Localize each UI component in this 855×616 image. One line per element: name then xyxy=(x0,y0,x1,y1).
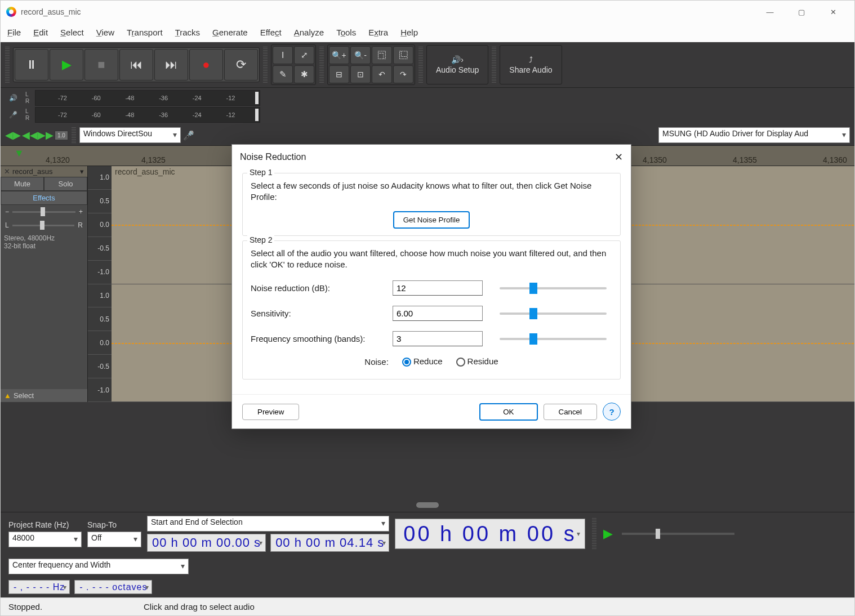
track-format-label: Stereo, 48000Hz32-bit float xyxy=(1,232,87,252)
preview-button[interactable]: Preview xyxy=(242,404,299,420)
mute-button[interactable]: Mute xyxy=(1,177,44,191)
reduce-radio[interactable]: Reduce xyxy=(402,356,443,367)
sel-start-time[interactable]: 00 h 00 m 00.00 s▾ xyxy=(147,534,266,552)
solo-button[interactable]: Solo xyxy=(44,177,87,191)
maximize-button[interactable]: ▢ xyxy=(786,2,817,22)
output-select[interactable]: MSUNG (HD Audio Driver for Display Aud xyxy=(658,127,850,143)
noise-reduction-input[interactable] xyxy=(393,280,483,296)
transport-toolbar: ⏸ ▶ ■ ⏮ ⏭ ● ⟳ Ⅰ ⤢ ✎ ✱ 🔍+ 🔍- ⿹ ⿺ ⊟ ⊡ ↶ ↷ … xyxy=(1,42,854,88)
playback-meter-icon[interactable]: 🔊 xyxy=(6,94,20,102)
noise-reduction-dialog: Noise Reduction ✕ Step 1 Select a few se… xyxy=(231,144,631,429)
zoom-group: 🔍+ 🔍- ⿹ ⿺ ⊟ ⊡ ↶ ↷ xyxy=(327,44,415,85)
ok-button[interactable]: OK xyxy=(479,403,537,421)
sel-end-time[interactable]: 00 h 00 m 04.14 s▾ xyxy=(270,534,389,552)
noise-reduction-slider[interactable] xyxy=(500,287,607,289)
grabber-icon[interactable] xyxy=(592,518,596,550)
multi-tool[interactable]: ✱ xyxy=(294,65,314,83)
project-rate-select[interactable]: 48000 xyxy=(8,532,82,547)
grabber-icon[interactable] xyxy=(319,47,324,83)
cancel-button[interactable]: Cancel xyxy=(544,404,598,420)
help-button[interactable]: ? xyxy=(603,403,621,421)
stop-button[interactable]: ■ xyxy=(84,49,118,81)
amplitude-scale: 1.00.50.0-0.5-1.0 1.00.50.0-0.5-1.0 xyxy=(88,166,112,402)
freq-box[interactable]: - , - - - - Hz▾ xyxy=(8,580,70,594)
menu-extra[interactable]: Extra xyxy=(366,25,395,39)
grabber-icon[interactable] xyxy=(5,47,10,83)
sensitivity-slider[interactable] xyxy=(500,313,607,315)
play-button[interactable]: ▶ xyxy=(50,49,83,81)
fit-selection-button[interactable]: ⿹ xyxy=(372,46,392,64)
fit-project-button[interactable]: ⿺ xyxy=(393,46,413,64)
record-meter[interactable]: -72-60-48-36-24-12 xyxy=(35,107,260,123)
noise-label: Noise: xyxy=(364,357,389,367)
grabber-icon[interactable] xyxy=(418,47,423,83)
playback-meter[interactable]: -72-60-48-36-24-12 xyxy=(35,90,260,106)
status-state: Stopped. xyxy=(8,602,144,611)
menu-select[interactable]: Select xyxy=(58,25,91,39)
menu-tracks[interactable]: Tracks xyxy=(173,25,207,39)
silence-button[interactable]: ⊡ xyxy=(350,65,371,83)
effects-button[interactable]: Effects xyxy=(1,191,87,205)
record-meter-icon[interactable]: 🎤 xyxy=(6,111,20,119)
speed-icon[interactable]: 1.0 xyxy=(55,131,68,140)
selection-tool[interactable]: Ⅰ xyxy=(273,46,293,64)
menu-edit[interactable]: Edit xyxy=(31,25,55,39)
undo-button[interactable]: ↶ xyxy=(372,65,392,83)
chevron-down-icon[interactable]: ▾ xyxy=(80,167,84,176)
zoom-out-button[interactable]: 🔍- xyxy=(350,46,371,64)
menu-file[interactable]: File xyxy=(5,25,28,39)
menu-generate[interactable]: Generate xyxy=(210,25,255,39)
pause-button[interactable]: ⏸ xyxy=(15,49,48,81)
host-select[interactable]: Windows DirectSou xyxy=(79,127,181,143)
residue-radio[interactable]: Residue xyxy=(456,356,498,367)
octaves-box[interactable]: - . - - - octaves▾ xyxy=(74,580,152,594)
skip-end-button[interactable]: ⏭ xyxy=(154,49,188,81)
menu-help[interactable]: Help xyxy=(398,25,425,39)
collapse-button[interactable]: ▲Select xyxy=(1,389,87,402)
mic-icon: 🎤 xyxy=(183,130,194,141)
grabber-icon[interactable] xyxy=(492,47,496,83)
dialog-title: Noise Reduction xyxy=(240,152,306,162)
get-noise-profile-button[interactable]: Get Noise Profile xyxy=(393,211,470,229)
grabber-icon[interactable] xyxy=(263,47,268,83)
ff-icon[interactable]: ◀◀▶▶ xyxy=(22,129,54,141)
rewind-icon[interactable]: ◀▶ xyxy=(5,129,21,141)
audio-setup-button[interactable]: 🔊› Audio Setup xyxy=(426,45,488,84)
menu-transport[interactable]: Transport xyxy=(124,25,170,39)
draw-tool[interactable]: ✎ xyxy=(273,65,293,83)
zoom-in-button[interactable]: 🔍+ xyxy=(329,46,349,64)
menu-effect[interactable]: Effect xyxy=(258,25,288,39)
menu-view[interactable]: View xyxy=(94,25,121,39)
grabber-icon[interactable] xyxy=(72,127,76,143)
share-audio-button[interactable]: ⤴ Share Audio xyxy=(500,45,562,84)
minimize-button[interactable]: — xyxy=(754,2,786,22)
redo-button[interactable]: ↷ xyxy=(393,65,413,83)
sensitivity-input[interactable] xyxy=(393,306,483,321)
snap-select[interactable]: Off xyxy=(87,532,141,547)
selection-bar: Project Rate (Hz) 48000 Snap-To Off Star… xyxy=(1,512,854,555)
upload-icon: ⤴ xyxy=(529,55,533,64)
dialog-close-button[interactable]: ✕ xyxy=(614,151,623,163)
center-freq-select[interactable]: Center frequency and Width xyxy=(8,559,189,574)
play-at-speed-button[interactable]: ▶ xyxy=(603,526,613,541)
close-button[interactable]: ✕ xyxy=(817,2,849,22)
playhead-icon: ▼ xyxy=(14,148,24,159)
position-time[interactable]: 00 h 00 m 00 s▾ xyxy=(395,519,585,549)
selection-mode-select[interactable]: Start and End of Selection xyxy=(147,516,389,532)
freq-smoothing-input[interactable] xyxy=(393,331,483,346)
envelope-tool[interactable]: ⤢ xyxy=(294,46,314,64)
menu-tools[interactable]: Tools xyxy=(334,25,363,39)
record-button[interactable]: ● xyxy=(189,49,223,81)
skip-start-button[interactable]: ⏮ xyxy=(119,49,153,81)
h-scrollbar[interactable] xyxy=(1,498,854,512)
freq-smoothing-slider[interactable] xyxy=(500,338,607,340)
track-control-panel[interactable]: ✕record_asus▾ Mute Solo Effects −+ LR St… xyxy=(1,166,88,402)
tools-group: Ⅰ ⤢ ✎ ✱ xyxy=(271,44,316,85)
loop-button[interactable]: ⟳ xyxy=(224,49,258,81)
speaker-icon: 🔊› xyxy=(451,55,464,64)
pan-slider[interactable]: LR xyxy=(1,218,87,232)
menu-analyze[interactable]: Analyze xyxy=(292,25,331,39)
trim-button[interactable]: ⊟ xyxy=(329,65,349,83)
close-track-icon[interactable]: ✕ xyxy=(4,167,10,176)
gain-slider[interactable]: −+ xyxy=(1,205,87,218)
